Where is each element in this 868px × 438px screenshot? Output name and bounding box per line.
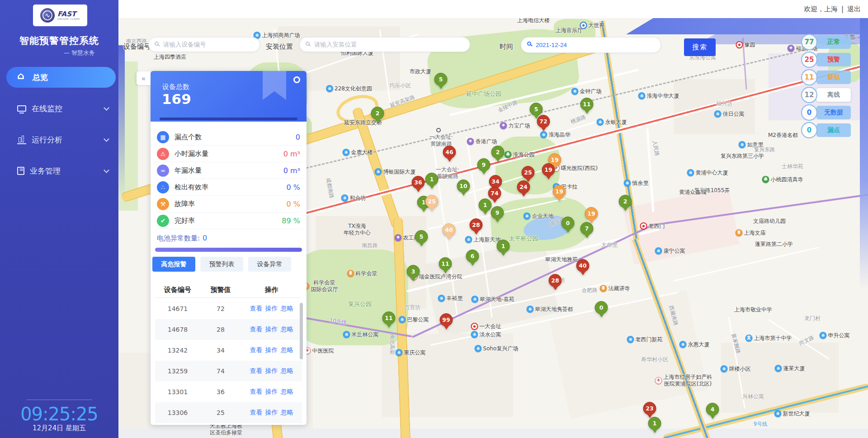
map-pin[interactable]: 72 [537, 115, 550, 131]
map-pin[interactable]: 4 [706, 403, 719, 419]
map-label: ♣淮海公园 [505, 151, 535, 158]
map-pin[interactable]: 23 [643, 402, 656, 418]
tab-高危报警[interactable]: 高危报警 [152, 257, 195, 272]
action-link-查看[interactable]: 查看 [250, 367, 263, 374]
map-pin[interactable]: 1 [425, 173, 439, 189]
map-pin[interactable]: 24 [517, 180, 530, 197]
map-pin[interactable]: 9 [477, 158, 491, 174]
map-pin[interactable]: 19 [542, 163, 555, 179]
clock-time: 09:25:25 [0, 404, 118, 424]
building-icon: ⌂ [774, 410, 782, 417]
map-label-text: 重庆公寓 [404, 349, 426, 356]
legend-pill-漏点[interactable]: 漏点 [816, 123, 851, 137]
action-link-忽略[interactable]: 忽略 [281, 409, 293, 416]
sidebar-item-online-monitor[interactable]: 在线监控 [0, 98, 118, 119]
sidebar-item-business-mgmt[interactable]: 业务管理 [0, 160, 118, 181]
map-pin[interactable]: 11 [439, 257, 452, 273]
map-label-text: 米丘林公寓 [352, 331, 379, 338]
pin-count: 19 [585, 207, 598, 220]
map-pin[interactable]: 3 [407, 265, 420, 281]
pin-count: 5 [530, 103, 543, 116]
map-pin[interactable]: 2 [371, 107, 384, 123]
map-pin[interactable]: 2 [491, 146, 505, 162]
action-link-忽略[interactable]: 忽略 [281, 305, 293, 312]
building-icon: ⌂ [343, 149, 350, 156]
map-pin[interactable]: 19 [585, 207, 598, 223]
map-pin[interactable]: 19 [553, 185, 566, 201]
building-icon: ⌂ [687, 169, 694, 176]
map-pin[interactable]: 0 [595, 301, 608, 317]
action-link-操作[interactable]: 操作 [265, 305, 278, 312]
map-pin[interactable]: 11 [382, 311, 396, 328]
map-pin[interactable]: 40 [576, 259, 590, 275]
tab-预警列表[interactable]: 预警列表 [200, 257, 243, 272]
map-pin[interactable]: 1 [648, 417, 661, 433]
map-pin[interactable]: 36 [412, 176, 425, 192]
action-link-操作[interactable]: 操作 [265, 325, 278, 333]
map-pin[interactable]: 28 [470, 218, 483, 235]
action-link-查看[interactable]: 查看 [250, 409, 263, 416]
map-pin[interactable]: 9 [491, 206, 504, 222]
map-pin[interactable]: 1 [479, 198, 492, 215]
collapse-button[interactable]: « [137, 71, 151, 85]
table-scrollbar[interactable] [300, 303, 303, 359]
map-pin[interactable]: 1 [497, 240, 510, 256]
map-pin[interactable]: 0 [561, 217, 575, 233]
pin-count: 2 [619, 195, 632, 208]
map-pin[interactable]: 10 [457, 179, 470, 196]
logout-link[interactable]: 退出 [847, 5, 861, 14]
map-pin[interactable]: 6 [466, 250, 479, 266]
landmark-icon: ♜ [600, 285, 607, 292]
legend-pill-离线[interactable]: 离线 [816, 88, 851, 102]
cell-device-id: 13259 [155, 367, 200, 375]
map-pin[interactable]: 99 [440, 313, 453, 330]
map-pin[interactable]: 2 [619, 195, 632, 211]
pin-tail [623, 207, 628, 211]
action-link-查看[interactable]: 查看 [250, 305, 263, 312]
legend-pill-疑似[interactable]: 疑似 [816, 71, 851, 84]
map-pin[interactable]: 11 [580, 98, 594, 114]
map-label: ⌂佳日公寓 [714, 110, 745, 118]
map-pin[interactable]: 25 [425, 195, 439, 211]
bubbles-icon: ∴ [157, 181, 169, 193]
map-label: 文庙路幼儿园 [753, 218, 786, 225]
tab-设备异常[interactable]: 设备异常 [248, 257, 291, 272]
map-label-text: Soho复兴广场 [483, 345, 519, 352]
action-link-忽略[interactable]: 忽略 [281, 346, 293, 353]
action-link-忽略[interactable]: 忽略 [281, 388, 293, 395]
map-label-text: 申升公寓 [828, 332, 850, 339]
pin-count: 4 [706, 403, 719, 416]
map-pin[interactable]: 5 [415, 230, 428, 246]
action-link-查看[interactable]: 查看 [250, 346, 263, 353]
time-input[interactable] [521, 37, 661, 53]
decor-right-bar [860, 18, 868, 289]
device-input[interactable] [148, 37, 260, 52]
location-input[interactable] [299, 37, 470, 52]
cell-warn-value: 34 [200, 347, 241, 354]
map-pin[interactable]: 28 [549, 274, 562, 290]
map-pin[interactable]: 46 [443, 146, 456, 162]
map-pin[interactable]: 40 [443, 223, 456, 240]
action-link-查看[interactable]: 查看 [250, 388, 263, 395]
sidebar-item-run-analysis[interactable]: 运行分析 [0, 129, 118, 150]
map-label: 一大会址· 黄陂南路 [436, 166, 459, 180]
person-icon: ✔ [157, 215, 169, 227]
map-label: 龙门村 [804, 315, 821, 322]
map-pin[interactable]: 25 [522, 166, 535, 182]
map-pin[interactable]: 5 [434, 73, 448, 89]
location-label: 安装位置 [266, 42, 293, 51]
panel-tabs: 高危报警预警列表设备异常 [152, 257, 291, 272]
legend-pill-无数据[interactable]: 无数据 [816, 106, 851, 119]
action-link-操作[interactable]: 操作 [265, 388, 278, 395]
action-link-忽略[interactable]: 忽略 [281, 325, 293, 333]
map-label-text: 228文化创意园 [335, 85, 372, 92]
sidebar-item-overview[interactable]: 总览 [6, 67, 116, 88]
action-link-操作[interactable]: 操作 [265, 409, 278, 416]
action-link-查看[interactable]: 查看 [250, 325, 263, 333]
search-button[interactable]: 搜索 [684, 38, 716, 56]
action-link-操作[interactable]: 操作 [265, 367, 278, 374]
action-link-操作[interactable]: 操作 [265, 346, 278, 353]
map-pin[interactable]: 7 [580, 222, 594, 238]
table-row: 1325974查看操作忽略 [155, 361, 302, 381]
action-link-忽略[interactable]: 忽略 [281, 367, 293, 374]
